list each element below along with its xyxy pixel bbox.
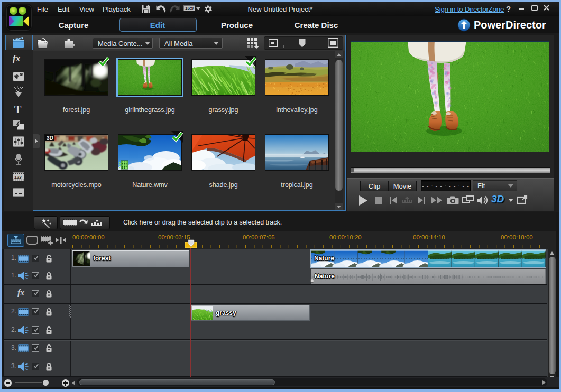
svg-text:123: 123: [14, 175, 22, 180]
